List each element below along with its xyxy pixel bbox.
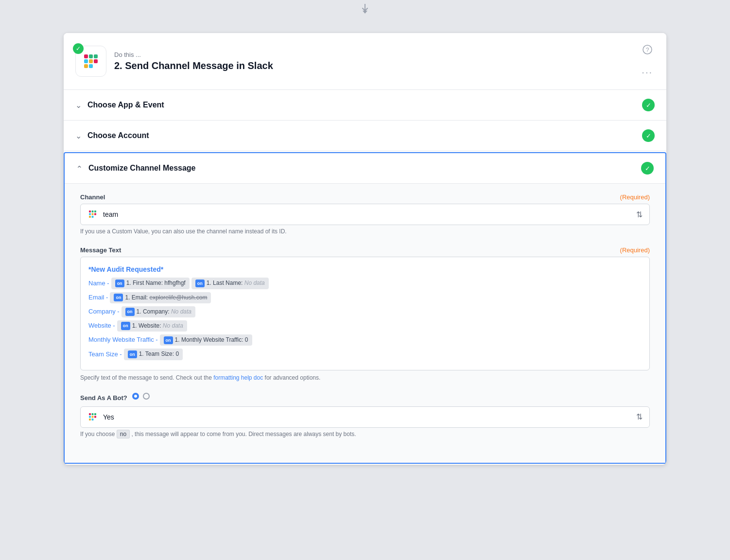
- svg-rect-14: [94, 210, 96, 212]
- slack-logo: [81, 52, 101, 71]
- channel-required: (Required): [620, 193, 650, 201]
- company-chip: on 1. Company: No data: [122, 306, 195, 317]
- sort-icon-2: ⇅: [636, 412, 643, 421]
- slack-mini-icon: [87, 209, 98, 220]
- format-hint: Specify text of the message to send. Che…: [80, 374, 650, 381]
- choose-account-section: ⌄ Choose Account ✓: [64, 121, 666, 151]
- channel-field-group: Channel (Required): [80, 193, 650, 235]
- complete-check-account: ✓: [642, 129, 655, 142]
- svg-rect-25: [92, 419, 94, 420]
- svg-rect-21: [92, 416, 94, 418]
- svg-rect-0: [84, 54, 88, 58]
- help-button[interactable]: ?: [641, 43, 654, 59]
- team-size-chip: on 1. Team Size: 0: [124, 349, 183, 360]
- more-menu-button[interactable]: ···: [640, 65, 655, 80]
- do-this-label: Do this ...: [114, 51, 640, 58]
- svg-rect-2: [89, 54, 93, 58]
- message-team-size-line: Team Size - on 1. Team Size: 0: [88, 349, 642, 360]
- choose-app-title: Choose App & Event: [87, 101, 642, 109]
- svg-rect-20: [92, 413, 94, 415]
- radio-yes[interactable]: [132, 393, 139, 400]
- svg-rect-5: [94, 59, 98, 63]
- complete-check-app: ✓: [642, 99, 655, 111]
- channel-select[interactable]: team ⇅: [80, 204, 650, 225]
- message-heading-line: *New Audit Requested*: [88, 264, 642, 275]
- slack-mini-icon-2: [87, 412, 98, 422]
- svg-rect-7: [89, 64, 93, 68]
- email-chip: on 1. Email: explorelife@hush.com: [110, 292, 211, 303]
- last-name-chip: on 1. Last Name: No data: [191, 278, 269, 289]
- svg-rect-11: [89, 213, 91, 215]
- app-icon-wrapper: ✓: [75, 46, 106, 77]
- send-as-bot-label: Send As A Bot?: [80, 393, 650, 403]
- svg-rect-24: [89, 419, 91, 420]
- customize-header[interactable]: ⌄ Customize Channel Message ✓: [65, 153, 665, 184]
- radio-no[interactable]: [143, 393, 150, 400]
- chevron-up-icon: ⌄: [76, 164, 83, 173]
- customize-title: Customize Channel Message: [88, 164, 641, 173]
- message-website-line: Website - on 1. Website: No data: [88, 320, 642, 332]
- svg-rect-6: [84, 64, 88, 68]
- first-name-chip: on 1. First Name: hfhgfhgf: [111, 278, 190, 289]
- choose-app-section: ⌄ Choose App & Event ✓: [64, 90, 666, 121]
- svg-rect-15: [94, 213, 96, 215]
- channel-hint: If you use a Custom Value, you can also …: [80, 228, 650, 235]
- traffic-chip: on 1. Monthly Website Traffic: 0: [160, 334, 252, 346]
- send-as-bot-radios: [132, 393, 150, 400]
- help-icon: ?: [643, 45, 652, 54]
- svg-rect-23: [94, 416, 96, 418]
- choose-account-header[interactable]: ⌄ Choose Account ✓: [64, 121, 666, 151]
- message-traffic-line: Monthly Website Traffic - on 1. Monthly …: [88, 334, 642, 346]
- channel-value: team: [103, 210, 636, 218]
- ellipsis-icon: ···: [642, 67, 653, 77]
- message-required: (Required): [620, 246, 650, 254]
- customize-content: Channel (Required): [65, 184, 665, 463]
- message-email-line: Email - on 1. Email: explorelife@hush.co…: [88, 292, 642, 303]
- message-text-box[interactable]: *New Audit Requested* Name - on 1. First…: [80, 257, 650, 370]
- message-field-group: Message Text (Required) *New Audit Reque…: [80, 246, 650, 381]
- no-badge: no: [117, 430, 130, 438]
- svg-rect-10: [89, 210, 91, 212]
- svg-rect-19: [89, 416, 91, 418]
- customize-section: ⌄ Customize Channel Message ✓ Channel (R…: [64, 152, 666, 464]
- svg-rect-13: [92, 213, 94, 215]
- chevron-down-icon: ⌄: [75, 101, 82, 110]
- send-as-bot-hint: If you choose no , this message will app…: [80, 431, 650, 438]
- choose-account-title: Choose Account: [87, 131, 642, 140]
- svg-rect-3: [89, 59, 93, 63]
- radio-yes-dot: [132, 393, 139, 400]
- svg-rect-18: [89, 413, 91, 415]
- message-company-line: Company - on 1. Company: No data: [88, 306, 642, 317]
- website-chip: on 1. Website: No data: [117, 320, 187, 332]
- header-actions: ? ···: [640, 43, 655, 80]
- formatting-help-link[interactable]: formatting help doc: [213, 374, 263, 381]
- message-name-line: Name - on 1. First Name: hfhgfhgf on 1. …: [88, 278, 642, 289]
- svg-text:?: ?: [645, 47, 649, 53]
- step-title: 2. Send Channel Message in Slack: [114, 60, 640, 71]
- choose-app-header[interactable]: ⌄ Choose App & Event ✓: [64, 90, 666, 120]
- complete-check-customize: ✓: [641, 162, 654, 175]
- channel-field-label: Channel (Required): [80, 193, 650, 201]
- sort-icon: ⇅: [636, 210, 643, 219]
- svg-rect-16: [89, 216, 91, 218]
- arrow-down-icon: [361, 4, 369, 14]
- svg-rect-22: [94, 413, 96, 415]
- check-badge: ✓: [73, 43, 84, 54]
- chevron-down-icon-2: ⌄: [75, 131, 82, 140]
- svg-rect-17: [92, 216, 94, 218]
- step-header: ✓ Do this ... 2. Send Channel Message in…: [64, 33, 666, 90]
- svg-rect-12: [92, 210, 94, 212]
- bot-value-select[interactable]: Yes ⇅: [80, 406, 650, 428]
- send-as-bot-group: Send As A Bot?: [80, 393, 650, 438]
- svg-rect-4: [94, 54, 98, 58]
- svg-rect-1: [84, 59, 88, 63]
- message-field-label: Message Text (Required): [80, 246, 650, 254]
- radio-no-dot: [143, 393, 150, 400]
- step-info: Do this ... 2. Send Channel Message in S…: [114, 51, 640, 71]
- bot-value: Yes: [103, 413, 636, 421]
- message-heading: *New Audit Requested*: [88, 264, 163, 275]
